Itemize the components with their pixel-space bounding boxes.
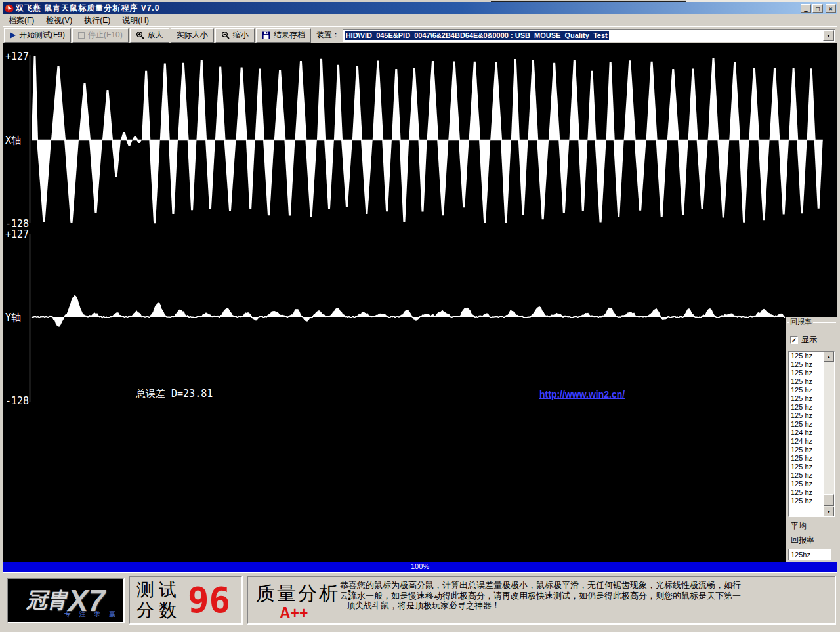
zoom-out-icon xyxy=(221,31,230,39)
arrow-down-icon: ▼ xyxy=(827,509,831,514)
play-icon xyxy=(10,32,16,39)
rate-item[interactable]: 125 hz xyxy=(789,411,824,420)
stop-icon xyxy=(78,32,85,39)
rate-item[interactable]: 125 hz xyxy=(789,497,824,505)
menu-view[interactable]: 检视(V) xyxy=(40,14,78,27)
rate-listbox[interactable]: 125 hz125 hz125 hz125 hz125 hz125 hz125 … xyxy=(788,351,835,517)
menu-bar: 档案(F) 检视(V) 执行(E) 说明(H) xyxy=(3,14,837,26)
rate-item[interactable]: 125 hz xyxy=(789,480,824,488)
check-icon: ✓ xyxy=(791,337,797,344)
close-button[interactable]: ✕ xyxy=(826,4,836,13)
test-score-label: 测试 分数 xyxy=(136,580,181,621)
rate-item[interactable]: 125 hz xyxy=(789,463,824,471)
arrow-up-icon: ▲ xyxy=(827,354,831,359)
menu-help[interactable]: 说明(H) xyxy=(116,14,155,27)
brand-logo: 冠胄 X7 专 注 求 赢 xyxy=(7,578,125,623)
scrollbar-thumb[interactable] xyxy=(824,494,834,506)
rate-item[interactable]: 125 hz xyxy=(789,394,824,403)
actual-size-button[interactable]: 实际大小 xyxy=(171,28,214,43)
oscilloscope-area: +127 X轴 -128 +127 Y轴 -128 总误差 D=23.81 ht… xyxy=(3,43,837,562)
total-error-readout: 总误差 D=23.81 xyxy=(136,388,213,400)
combo-dropdown-button[interactable]: ▼ xyxy=(823,30,834,41)
device-label: 装置： xyxy=(316,30,340,41)
show-checkbox-row[interactable]: ✓ 显示 xyxy=(790,334,817,345)
rate-item[interactable]: 125 hz xyxy=(789,386,824,394)
y-axis-max-label: +127 xyxy=(5,228,29,240)
brand-slogan: 专 注 求 赢 xyxy=(64,610,119,619)
average-label-line2: 回报率 xyxy=(791,535,814,546)
chevron-down-icon: ▼ xyxy=(826,33,831,38)
test-score-box: 测试 分数 96 xyxy=(129,576,243,625)
rate-item[interactable]: 125 hz xyxy=(789,377,824,386)
rate-item[interactable]: 124 hz xyxy=(789,437,824,446)
average-rate-field[interactable]: 125hz xyxy=(788,549,831,560)
rate-item[interactable]: 124 hz xyxy=(789,429,824,437)
menu-run[interactable]: 执行(E) xyxy=(78,14,116,27)
rate-item[interactable]: 125 hz xyxy=(789,403,824,411)
show-label: 显示 xyxy=(801,334,817,345)
scroll-up-button[interactable]: ▲ xyxy=(824,352,834,362)
app-icon xyxy=(5,4,14,13)
x-axis-max-label: +127 xyxy=(5,51,29,62)
scroll-down-button[interactable]: ▼ xyxy=(824,507,834,516)
quality-grade: A++ xyxy=(280,604,308,622)
show-checkbox[interactable]: ✓ xyxy=(790,336,798,344)
rate-list-scrollbar[interactable]: ▲ ▼ xyxy=(824,352,834,516)
rate-list: 125 hz125 hz125 hz125 hz125 hz125 hz125 … xyxy=(789,352,824,505)
x-axis-title: X轴 xyxy=(5,135,21,147)
rate-item[interactable]: 125 hz xyxy=(789,471,824,480)
stop-button: 停止(F10) xyxy=(72,28,129,43)
toolbar: 开始测试(F9) 停止(F10) 放大 实际大小 缩小 xyxy=(3,26,837,43)
footer-panel: 冠胄 X7 专 注 求 赢 测试 分数 96 质量分析： A++ 恭喜您的鼠标为… xyxy=(3,572,837,629)
rate-item[interactable]: 125 hz xyxy=(789,488,824,497)
brand-name: 冠胄 xyxy=(26,586,67,615)
title-bar[interactable]: 双飞燕 鼠青天鼠标质量分析程序 V7.0 _ □ ✕ xyxy=(3,2,837,14)
window-bottom-edge xyxy=(0,629,840,632)
rate-item[interactable]: 125 hz xyxy=(789,352,824,360)
y-axis-min-label: -128 xyxy=(5,395,29,407)
website-link[interactable]: http://www.win2.cn/ xyxy=(539,389,625,400)
maximize-button[interactable]: □ xyxy=(812,4,823,13)
quality-analysis-box: 质量分析： A++ 恭喜您的鼠标为极高分鼠，计算出总误差量极极小，鼠标极平滑，无… xyxy=(247,576,836,625)
zoom-in-icon xyxy=(136,31,144,39)
test-score-value: 96 xyxy=(188,581,230,620)
zoom-out-button[interactable]: 缩小 xyxy=(215,28,255,43)
rate-item[interactable]: 125 hz xyxy=(789,454,824,463)
zoom-in-button[interactable]: 放大 xyxy=(130,28,169,43)
quality-analysis-text: 恭喜您的鼠标为极高分鼠，计算出总误差量极极小，鼠标极平滑，无任何锯齿现象，光标线… xyxy=(340,580,831,611)
menu-file[interactable]: 档案(F) xyxy=(3,14,40,27)
rate-item[interactable]: 125 hz xyxy=(789,360,824,369)
rate-item[interactable]: 125 hz xyxy=(789,369,824,377)
report-rate-panel: 回报率 ✓ 显示 125 hz125 hz125 hz125 hz125 hz1… xyxy=(786,317,837,562)
start-test-button[interactable]: 开始测试(F9) xyxy=(4,28,71,43)
progress-bar: 100% xyxy=(3,562,837,572)
minimize-button[interactable]: _ xyxy=(801,4,811,13)
report-rate-group-label: 回报率 xyxy=(789,317,813,327)
rate-item[interactable]: 125 hz xyxy=(789,420,824,429)
device-combobox[interactable]: HID\VID_045E&PID_0047\6&2B4BD64E&0&0000 … xyxy=(343,29,835,42)
rate-item[interactable]: 125 hz xyxy=(789,446,824,454)
app-window: 双飞燕 鼠青天鼠标质量分析程序 V7.0 _ □ ✕ 档案(F) 检视(V) 执… xyxy=(0,0,840,632)
save-icon xyxy=(262,31,270,39)
window-title: 双飞燕 鼠青天鼠标质量分析程序 V7.0 xyxy=(16,3,799,14)
progress-value: 100% xyxy=(411,562,429,570)
y-axis-title: Y轴 xyxy=(5,312,21,324)
save-results-button[interactable]: 结果存档 xyxy=(256,28,311,43)
device-value: HID\VID_045E&PID_0047\6&2B4BD64E&0&0000 … xyxy=(345,31,609,40)
average-label-line1: 平均 xyxy=(791,520,807,532)
waveform-plot xyxy=(3,43,837,562)
